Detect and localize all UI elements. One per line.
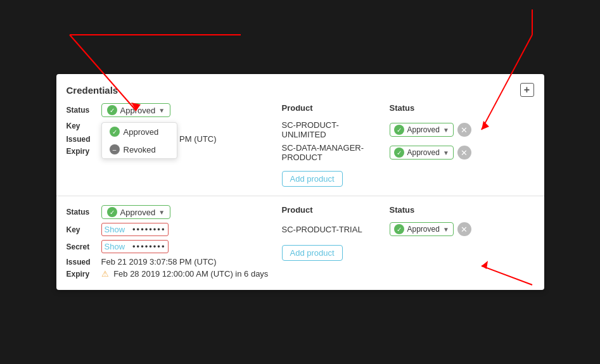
product-status-2-1: ✓ Approved ▼ ✕ [390, 222, 471, 236]
product-name-2-1: SC-PRODUCT-TRIAL [282, 225, 383, 234]
issued-label-2: Issued [67, 258, 101, 267]
credential-card-1: Credentials + Status ✓ Approved ▼ [56, 74, 544, 196]
product-table-header-2: Product Status [282, 205, 534, 217]
expiry-value-2: ⚠ Feb 28 2019 12:00:00 AM (UTC) in 6 day… [101, 269, 269, 279]
key-dots-2: •••••••• [132, 225, 165, 234]
approved-check-icon-1: ✓ [107, 105, 117, 115]
key-row-2: Key Show •••••••• [67, 223, 269, 236]
issued-value-2: Feb 21 2019 3:07:58 PM (UTC) [101, 257, 217, 267]
expiry-label-2: Expiry [67, 270, 101, 279]
product-status-1-2: ✓ Approved ▼ ✕ [390, 146, 471, 160]
product-name-1-1: SC-PRODUCT-UNLIMITED [282, 120, 383, 139]
secret-highlight-box: Show •••••••• [101, 240, 169, 253]
product-approved-icon-1-2: ✓ [394, 147, 404, 158]
status-col-header-1: Status [390, 103, 534, 113]
product-col-header-2: Product [282, 205, 383, 215]
key-show-link-2[interactable]: Show [105, 225, 125, 234]
product-status-dropdown-2-1[interactable]: ✓ Approved ▼ [390, 222, 454, 236]
product-col-header-1: Product [282, 103, 383, 113]
status-row-1: Status ✓ Approved ▼ ✓ Approved [67, 103, 269, 117]
card1-body: Status ✓ Approved ▼ ✓ Approved [67, 103, 534, 187]
status-text-2: Approved [120, 208, 156, 217]
card-header-1: Credentials + [67, 83, 534, 97]
add-product-button-2[interactable]: Add product [282, 245, 343, 261]
status-label-2: Status [67, 208, 101, 217]
product-status-1-1: ✓ Approved ▼ ✕ [390, 123, 471, 137]
product-row-1-2: SC-DATA-MANAGER-PRODUCT ✓ Approved ▼ ✕ [282, 143, 534, 162]
status-dropdown-1[interactable]: ✓ Approved ▼ [101, 103, 171, 117]
revoked-icon: – [110, 144, 120, 154]
product-row-2-1: SC-PRODUCT-TRIAL ✓ Approved ▼ ✕ [282, 222, 534, 236]
remove-product-button-1-1[interactable]: ✕ [457, 123, 471, 137]
product-chevron-1-1: ▼ [443, 127, 449, 134]
product-status-text-1-1: Approved [407, 125, 440, 134]
dropdown-item-revoked[interactable]: – Revoked [102, 141, 177, 158]
issued-row-2: Issued Feb 21 2019 3:07:58 PM (UTC) [67, 257, 269, 267]
product-table-header-1: Product Status [282, 103, 534, 115]
secret-label-2: Secret [67, 242, 101, 251]
status-label-1: Status [67, 106, 101, 115]
status-text-1: Approved [120, 106, 156, 115]
secret-dots-2: •••••••• [132, 242, 165, 251]
key-label-2: Key [67, 225, 101, 234]
remove-product-button-2-1[interactable]: ✕ [457, 222, 471, 236]
card2-right: Product Status SC-PRODUCT-TRIAL ✓ Approv… [282, 205, 534, 281]
chevron-icon-1: ▼ [158, 107, 165, 114]
remove-product-button-1-2[interactable]: ✕ [457, 146, 471, 160]
card1-left: Status ✓ Approved ▼ ✓ Approved [67, 103, 269, 187]
product-status-dropdown-1-2[interactable]: ✓ Approved ▼ [390, 146, 454, 160]
card1-right: Product Status SC-PRODUCT-UNLIMITED ✓ Ap… [282, 103, 534, 187]
dropdown-revoked-label: Revoked [124, 145, 156, 154]
status-dropdown-menu-1: ✓ Approved – Revoked [101, 122, 177, 159]
status-dropdown-2[interactable]: ✓ Approved ▼ [101, 205, 171, 219]
key-label-1: Key [67, 122, 101, 130]
status-row-2: Status ✓ Approved ▼ [67, 205, 269, 219]
secret-row-2: Secret Show •••••••• [67, 240, 269, 253]
product-status-text-1-2: Approved [407, 148, 440, 157]
key-highlight-box: Show •••••••• [101, 223, 169, 236]
product-chevron-2-1: ▼ [443, 226, 449, 233]
expiry-row-2: Expiry ⚠ Feb 28 2019 12:00:00 AM (UTC) i… [67, 269, 269, 279]
approved-check-icon-2: ✓ [107, 207, 117, 217]
credentials-panel: Credentials + Status ✓ Approved ▼ [56, 74, 544, 290]
status-dropdown-wrapper-1: ✓ Approved ▼ ✓ Approved – [101, 103, 171, 117]
product-approved-icon-1-1: ✓ [394, 125, 404, 135]
approved-icon: ✓ [110, 127, 120, 137]
dropdown-approved-label: Approved [124, 127, 159, 137]
status-col-header-2: Status [390, 205, 534, 215]
expiry-label-1: Expiry [67, 147, 101, 156]
expiry-text-2: Feb 28 2019 12:00:00 AM (UTC) in 6 days [113, 269, 268, 279]
product-approved-icon-2-1: ✓ [394, 224, 404, 234]
warning-icon-2: ⚠ [101, 269, 109, 279]
credential-card-2: Status ✓ Approved ▼ Key Show •••••••• [56, 196, 544, 290]
product-name-1-2: SC-DATA-MANAGER-PRODUCT [282, 143, 383, 162]
card-title: Credentials [67, 85, 118, 96]
add-credential-button[interactable]: + [520, 83, 534, 97]
add-product-button-1[interactable]: Add product [282, 171, 343, 187]
card2-body: Status ✓ Approved ▼ Key Show •••••••• [67, 205, 534, 281]
product-chevron-1-2: ▼ [443, 149, 449, 156]
product-status-text-2-1: Approved [407, 225, 440, 234]
product-status-dropdown-1-1[interactable]: ✓ Approved ▼ [390, 123, 454, 137]
product-row-1-1: SC-PRODUCT-UNLIMITED ✓ Approved ▼ ✕ [282, 120, 534, 139]
issued-label-1: Issued [67, 135, 101, 144]
secret-show-link-2[interactable]: Show [105, 242, 125, 251]
card2-left: Status ✓ Approved ▼ Key Show •••••••• [67, 205, 269, 281]
chevron-icon-2: ▼ [158, 209, 165, 216]
dropdown-item-approved[interactable]: ✓ Approved [102, 123, 177, 141]
